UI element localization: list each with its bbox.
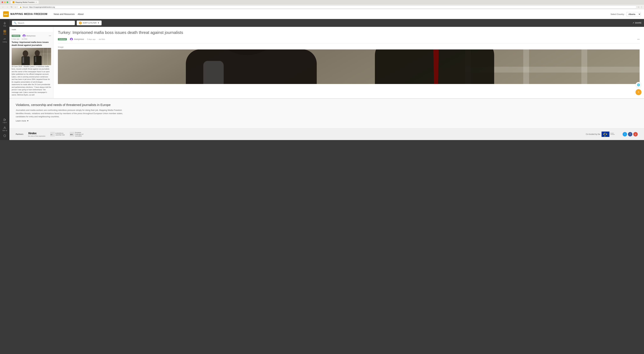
country-select-label: Select Country :: [611, 13, 625, 15]
globe-icon: 🌐: [637, 83, 640, 86]
window-minimize-btn[interactable]: [4, 1, 6, 3]
search-input-wrapper[interactable]: 🔍: [12, 21, 75, 25]
detail-via: via Web: [99, 38, 105, 40]
svg-rect-5: [4, 31, 4, 32]
svg-rect-23: [39, 53, 51, 54]
sidebar-activity-label: Activity: [2, 41, 7, 43]
detail-author: Anonymous: [74, 38, 84, 40]
article-card-title: Turkey: Imprisoned mafia boss issues dea…: [12, 41, 51, 46]
home-btn[interactable]: ⌂: [14, 5, 17, 9]
nav-about[interactable]: About: [78, 13, 84, 15]
meta-dot-1: ·: [21, 35, 22, 37]
refresh-btn[interactable]: ↻: [10, 5, 13, 9]
share-label: SHARE: [635, 22, 642, 24]
shield-icon: [3, 134, 6, 137]
detail-image: [58, 49, 640, 84]
violations-title: Violations, censorship and needs of thre…: [16, 103, 638, 107]
svg-marker-39: [433, 49, 439, 84]
violations-description: Journalists and media workers are confro…: [16, 109, 126, 118]
browser-tab[interactable]: Mapping Media Freedom ✕: [11, 1, 39, 4]
activity-icon: [3, 38, 6, 41]
article-time-meta: 5 days ago · via Web: [12, 38, 51, 40]
sidebar-item-map[interactable]: Map: [1, 20, 9, 28]
sidebar: Map Data Activity: [0, 19, 10, 140]
sidebar-item-signup[interactable]: Sign up: [1, 125, 9, 133]
map-icon: [3, 22, 6, 25]
sidebar-item-login[interactable]: Log in: [1, 117, 9, 125]
nav-links: News and Resources About: [54, 13, 84, 15]
bookmark-icon[interactable]: ☆: [638, 6, 640, 8]
xindex-name: Xindex: [28, 132, 46, 135]
svg-text:EC: EC: [51, 134, 52, 135]
signup-icon: [3, 126, 6, 129]
sidebar-item-activity[interactable]: Activity: [1, 37, 9, 44]
nav-news-resources[interactable]: News and Resources: [54, 13, 75, 15]
detail-title: Turkey: Imprisoned mafia boss issues dea…: [58, 30, 640, 35]
browser-menu-btn[interactable]: ⋮: [640, 6, 643, 8]
svg-text:★: ★: [604, 132, 606, 134]
search-bar: 🔍 0 SORT & FILTER ▼ ↗ SHARE: [10, 19, 644, 27]
partners-section: Partners Xindex the voice of free expres…: [10, 128, 644, 140]
logo-area: MMF MAPPING MEDIA FREEDOM: [3, 11, 48, 17]
filter-count: 0: [79, 21, 82, 24]
svg-rect-19: [35, 56, 36, 62]
window-close-btn[interactable]: [2, 1, 3, 3]
country-dropdown[interactable]: Albania Turkey Germany France: [626, 12, 641, 16]
twitter-icon[interactable]: t: [622, 132, 627, 136]
lock-icon: 🔒: [20, 6, 22, 8]
partner-xindex: Xindex the voice of free expression: [28, 132, 46, 137]
svg-rect-4: [5, 30, 6, 31]
sidebar-item-data[interactable]: Data: [1, 28, 9, 36]
detail-anon-avatar: [70, 38, 73, 41]
detail-time: 5 days ago: [87, 38, 96, 40]
svg-text:EFJ: EFJ: [70, 134, 73, 135]
forward-btn[interactable]: →: [6, 5, 9, 9]
svg-rect-36: [203, 61, 224, 84]
google-plus-icon[interactable]: g: [633, 132, 638, 136]
sidebar-item-shield[interactable]: [1, 133, 9, 139]
anon-avatar: [23, 34, 26, 37]
address-url: https://mappingmediafreedom.org: [29, 6, 55, 8]
learn-more-link[interactable]: Learn more ▼: [16, 120, 29, 122]
content-area: Map Data Activity: [0, 19, 644, 140]
search-input[interactable]: [18, 22, 73, 24]
truncated-card: made.: [10, 27, 53, 32]
browser-titlebar: Mapping Media Freedom ✕: [0, 0, 644, 4]
tab-close-btn[interactable]: ✕: [36, 1, 37, 3]
european-centre-label: EUROPEAN CENTRE FOR: [56, 133, 65, 136]
site-title: MAPPING MEDIA FREEDOM: [10, 13, 48, 15]
detail-more-menu[interactable]: •••: [637, 38, 640, 40]
eu-flag-icon: ★ ★ ★ ★: [602, 132, 610, 137]
svg-point-11: [24, 35, 24, 36]
mmf-logo-icon: MMF: [3, 11, 9, 17]
svg-rect-13: [12, 48, 51, 65]
svg-rect-6: [5, 31, 6, 32]
svg-rect-22: [39, 50, 51, 50]
sort-filter-button[interactable]: 0 SORT & FILTER ▼: [77, 20, 102, 25]
window-maximize-btn[interactable]: [6, 1, 8, 3]
address-bar[interactable]: 🔒 Secure https://mappingmediafreedom.org: [18, 6, 636, 8]
detail-dot-2: ·: [85, 38, 86, 40]
globe-button[interactable]: 🌐: [636, 82, 642, 88]
article-list: made. Published ·: [10, 27, 54, 98]
partners-label: Partners: [16, 133, 24, 135]
article-card[interactable]: Published · Anonymous ·: [10, 32, 53, 98]
browser-toolbar: ← → ↻ ⌂ 🔒 Secure https://mappingmediafre…: [0, 4, 644, 9]
svg-text:★: ★: [604, 135, 606, 137]
article-more-menu[interactable]: •••: [49, 34, 51, 37]
article-author: Anonymous: [26, 35, 36, 37]
add-button[interactable]: +: [636, 89, 642, 95]
sort-filter-label: SORT & FILTER: [83, 22, 96, 24]
facebook-icon[interactable]: f: [628, 132, 632, 136]
detail-dot-1: ·: [68, 38, 69, 40]
share-button[interactable]: ↗ SHARE: [632, 22, 642, 24]
svg-rect-16: [22, 57, 24, 63]
float-buttons: 🌐 +: [636, 82, 642, 95]
tab-title: Mapping Media Freedom: [16, 1, 34, 3]
back-btn[interactable]: ←: [1, 5, 5, 9]
tab-favicon: [12, 1, 14, 3]
learn-more-arrow-icon: ▼: [27, 120, 29, 122]
sidebar-map-label: Map: [3, 25, 6, 27]
sort-filter-chevron-icon: ▼: [98, 22, 99, 24]
sidebar-login-label: Log in: [3, 122, 7, 123]
